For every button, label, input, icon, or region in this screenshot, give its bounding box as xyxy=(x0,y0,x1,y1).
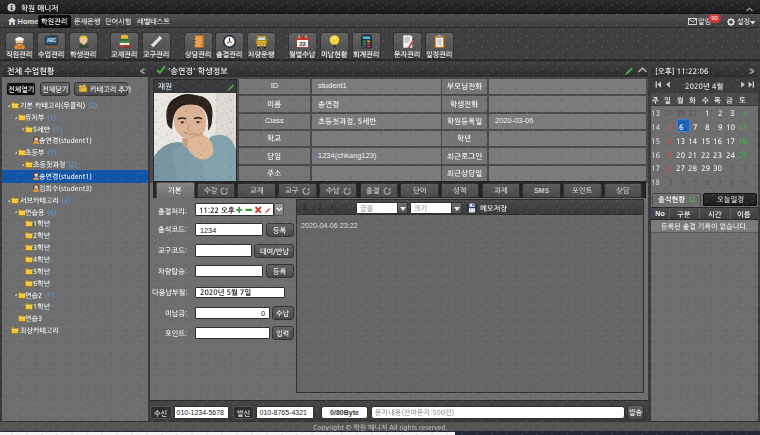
svg-text:ABC: ABC xyxy=(46,38,56,43)
svg-text:22: 22 xyxy=(299,40,306,46)
